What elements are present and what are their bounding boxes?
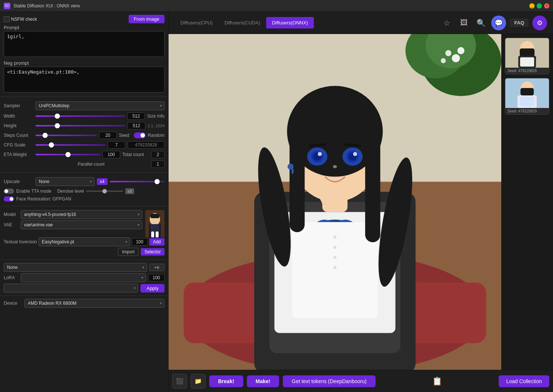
eta-input[interactable] — [102, 151, 120, 158]
svg-point-29 — [333, 246, 336, 249]
steps-input[interactable] — [99, 132, 117, 139]
thumbnail-card-2[interactable]: Seed: 479220829 — [505, 78, 549, 115]
svg-point-19 — [441, 58, 446, 63]
lora-weight-input[interactable] — [148, 274, 164, 281]
width-row: Width Size Info — [4, 112, 164, 120]
add-button[interactable]: Add — [149, 238, 164, 246]
break-button[interactable]: Break! — [209, 375, 243, 387]
sampler-select-wrapper: UniPCMultistep DDIM DPM++ 2M Euler A — [35, 101, 164, 110]
face-restoration-row: Face Restoration: GFPGAN — [4, 196, 164, 202]
height-input[interactable] — [128, 122, 145, 129]
top-nav-icons: ☆ 🖼 🔍 💬 FAQ ⚙ — [440, 16, 547, 30]
svg-point-16 — [452, 54, 460, 62]
eta-row: ETA Weight Total count — [4, 151, 164, 158]
nsfw-checkbox[interactable] — [4, 16, 10, 22]
ti-label: Textual Inversion — [4, 239, 37, 244]
model-select[interactable]: anything-v4.5-pruned-fp16 — [21, 210, 142, 219]
collection-icon-button[interactable]: 📋 — [431, 375, 444, 388]
vae-label: VAE — [4, 222, 18, 227]
from-image-button[interactable]: From image — [129, 15, 164, 23]
model-section: Model anything-v4.5-pruned-fp16 VAE vae — [0, 208, 168, 258]
thumbnail-panel: Seed: 479220828 Seed: 479220829 — [501, 34, 553, 370]
height-label: Height — [4, 123, 33, 128]
seed-random-toggle[interactable] — [134, 132, 146, 138]
lora-section: None ·+tr· LoRA — [0, 261, 168, 294]
load-collection-button[interactable]: Load Collection — [499, 375, 549, 387]
seed-value-input[interactable] — [128, 141, 164, 149]
apply-button[interactable]: Apply — [140, 284, 164, 293]
search-icon-button[interactable]: 🔍 — [474, 16, 488, 30]
upscale-select[interactable]: None x2 x4 — [35, 177, 95, 186]
tokens-button[interactable]: Get text tokens (DeepDanbooru) — [283, 375, 375, 387]
upscale-slider[interactable] — [110, 181, 164, 182]
lora-select[interactable] — [21, 273, 146, 282]
thumbnail-image-1 — [505, 38, 549, 68]
lora-none-select[interactable]: None — [4, 263, 147, 272]
close-button[interactable]: ✕ — [544, 3, 549, 9]
width-input[interactable] — [127, 112, 145, 120]
lora-row-2: LoRA — [4, 273, 164, 282]
left-panel: NSFW check From image Prompt 1girl, Neg … — [0, 12, 169, 392]
x4-badge: x4 — [97, 178, 108, 185]
lora-row-1: None ·+tr· — [4, 263, 164, 272]
vae-select-wrapper: vae\anime.vae — [21, 220, 142, 229]
eta-slider-container — [35, 151, 100, 158]
folder-button[interactable]: 📁 — [191, 374, 206, 389]
eta-slider[interactable] — [35, 154, 100, 155]
lora-second-select[interactable] — [4, 284, 138, 293]
seed-label: Seed — [119, 133, 132, 138]
tab-diffusers-cuda[interactable]: Diffusers(CUDA) — [218, 17, 266, 28]
parallel-count-input[interactable] — [151, 160, 164, 168]
sampler-select[interactable]: UniPCMultistep DDIM DPM++ 2M Euler A — [35, 101, 164, 110]
attr-button[interactable]: ·+tr· — [149, 264, 164, 271]
device-select[interactable]: AMD Radeon RX 6800M — [24, 299, 164, 308]
tab-diffusers-cpu[interactable]: Diffusers(CPU) — [174, 17, 218, 28]
ti-weight-input[interactable] — [132, 238, 148, 246]
selector-button[interactable]: Selector — [141, 248, 164, 256]
ti-select-wrapper: EasyNegative.pt — [38, 237, 130, 246]
right-panel: Diffusers(CPU) Diffusers(CUDA) Diffusers… — [169, 12, 553, 392]
cfg-input[interactable] — [108, 141, 125, 149]
make-button[interactable]: Make! — [247, 375, 279, 387]
device-label: Device — [4, 301, 22, 306]
svg-rect-63 — [520, 88, 534, 95]
lora-none-wrapper: None — [4, 263, 147, 272]
vae-select[interactable]: vae\anime.vae — [21, 220, 142, 229]
tta-toggle[interactable] — [4, 189, 14, 194]
neg-prompt-input[interactable]: <ti:EasyNegative.pt:100>, — [4, 67, 164, 92]
terminal-button[interactable]: ⬛ — [172, 374, 187, 389]
total-count-input[interactable] — [151, 151, 164, 158]
minimize-button[interactable]: _ — [529, 3, 535, 9]
image-icon-button[interactable]: 🖼 — [457, 16, 471, 30]
maximize-button[interactable]: □ — [537, 3, 542, 9]
width-label: Width — [4, 114, 33, 119]
divider-2 — [0, 172, 168, 173]
cfg-count-row: CFG Scale — [4, 141, 164, 149]
width-slider-container — [35, 112, 125, 120]
import-button[interactable]: Import — [118, 248, 139, 256]
divider-4 — [0, 260, 168, 260]
lora-second-select-wrapper — [4, 284, 138, 293]
discord-button[interactable]: 💬 — [491, 16, 506, 30]
cfg-slider[interactable] — [35, 144, 105, 146]
steps-slider[interactable] — [35, 135, 97, 136]
steps-slider-container — [35, 132, 97, 139]
face-restoration-toggle[interactable] — [4, 196, 14, 202]
vae-row: VAE vae\anime.vae — [4, 220, 142, 229]
divider-5 — [0, 295, 168, 296]
height-slider[interactable] — [35, 125, 125, 126]
width-slider[interactable] — [35, 115, 125, 117]
prompt-input[interactable]: 1girl, — [4, 31, 164, 57]
size-info-button[interactable]: Size Info — [147, 114, 164, 119]
tab-diffusers-onnx[interactable]: Diffusers(ONNX) — [266, 17, 314, 28]
thumbnail-image-2 — [505, 78, 549, 108]
star-icon-button[interactable]: ☆ — [440, 16, 454, 30]
svg-rect-6 — [151, 232, 154, 237]
faq-button[interactable]: FAQ — [510, 18, 529, 27]
ti-select[interactable]: EasyNegative.pt — [38, 237, 130, 246]
thumbnail-card-1[interactable]: Seed: 479220828 — [505, 38, 549, 74]
svg-point-30 — [333, 256, 336, 259]
settings-button[interactable]: ⚙ — [532, 16, 547, 30]
face-toggle-knob — [10, 197, 13, 201]
svg-rect-58 — [520, 48, 535, 57]
